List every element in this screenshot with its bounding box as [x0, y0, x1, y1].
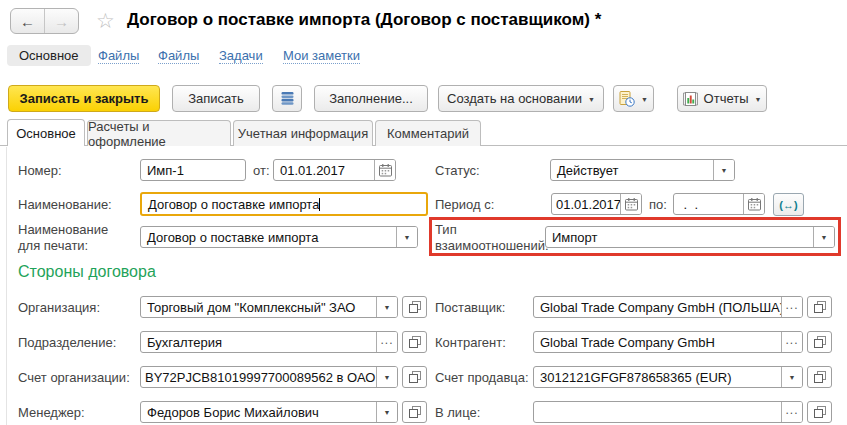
back-arrow-icon: ← [20, 13, 35, 30]
report-chart-icon [683, 92, 698, 106]
back-button[interactable]: ← [11, 9, 45, 33]
nav-link-files-1[interactable]: Файлы [98, 48, 139, 64]
chevron-down-icon: ▼ [384, 409, 391, 416]
manager-label: Менеджер: [18, 405, 85, 421]
org-account-select[interactable]: BY72PJCB81019997700089562 в ОАО "Е ▼ [140, 366, 398, 388]
nav-link-my-notes[interactable]: Мои заметки [283, 48, 360, 64]
counterparty-field[interactable]: Global Trade Company GmbH ... [533, 331, 803, 353]
dropdown-button[interactable]: ▼ [376, 402, 397, 422]
stack-list-icon [281, 91, 294, 106]
choose-button[interactable]: ... [781, 297, 802, 317]
organization-open-button[interactable] [402, 296, 427, 318]
counterparty-open-button[interactable] [807, 331, 832, 353]
period-to-label: по: [649, 197, 667, 213]
tab-label: Основное [16, 126, 76, 141]
calendar-button[interactable] [374, 160, 395, 180]
document-history-button[interactable]: ▼ [613, 85, 654, 112]
document-clock-icon [619, 91, 635, 107]
history-nav-buttons[interactable]: ← → [10, 8, 79, 34]
org-account-open-button[interactable] [402, 366, 427, 388]
chevron-down-icon: ▼ [404, 234, 411, 241]
chevron-down-icon: ▼ [588, 96, 595, 103]
nav-item-main[interactable]: Основное [7, 45, 91, 66]
structure-button[interactable] [272, 85, 302, 112]
create-based-on-label: Создать на основании [447, 91, 582, 106]
relation-type-select[interactable]: Импорт ▼ [545, 226, 835, 248]
ellipsis-icon: ... [785, 333, 798, 347]
save-close-button[interactable]: Записать и закрыть [8, 85, 160, 112]
in-person-label: В лице: [435, 405, 480, 421]
favorite-star-icon[interactable]: ☆ [96, 9, 115, 33]
print-name-select[interactable]: Договор о поставке импорта ▼ [140, 226, 418, 248]
open-link-icon [814, 336, 826, 348]
chevron-down-icon: ▼ [384, 304, 391, 311]
supplier-value: Global Trade Company GmbH (ПОЛЬША) [534, 297, 781, 317]
in-person-field[interactable]: ... [533, 401, 803, 423]
dropdown-button[interactable]: ▼ [813, 227, 834, 247]
reports-button[interactable]: Отчеты ▼ [677, 85, 767, 112]
calendar-button[interactable] [743, 194, 764, 214]
tab-accounting-info[interactable]: Учетная информация [233, 120, 373, 146]
relation-type-label: Типвзаимоотношений: [435, 222, 549, 254]
section-title-parties: Стороны договора [18, 263, 156, 281]
name-input[interactable]: Договор о поставке импорта [140, 192, 428, 216]
form-left-divider [6, 147, 7, 425]
chevron-down-icon: ▼ [789, 374, 796, 381]
dropdown-button[interactable]: ▼ [376, 297, 397, 317]
choose-button[interactable]: ... [376, 332, 397, 352]
dropdown-button[interactable]: ▼ [781, 367, 802, 387]
seller-account-open-button[interactable] [807, 366, 832, 388]
organization-label: Организация: [18, 300, 100, 316]
choose-button[interactable]: ... [781, 332, 802, 352]
number-input[interactable]: Имп-1 [140, 159, 246, 181]
period-from-field[interactable]: 01.01.2017 [551, 193, 642, 215]
period-select-button[interactable]: (↔) [773, 193, 804, 216]
save-button[interactable]: Записать [172, 85, 260, 112]
create-based-on-button[interactable]: Создать на основании ▼ [438, 85, 604, 112]
tab-calculations[interactable]: Расчеты и оформление [87, 120, 231, 146]
ellipsis-icon: ... [785, 298, 798, 312]
supplier-open-button[interactable] [807, 296, 832, 318]
contract-form-window: ← → ☆ Договор о поставке импорта (Догово… [0, 0, 847, 425]
date-from-field[interactable]: 01.01.2017 [273, 159, 396, 181]
number-label: Номер: [18, 163, 62, 179]
relation-type-value: Импорт [546, 227, 813, 247]
number-value: Имп-1 [141, 160, 245, 180]
in-person-open-button[interactable] [807, 401, 832, 423]
period-from-label: Период с: [435, 197, 494, 213]
save-close-label: Записать и закрыть [20, 91, 149, 106]
dropdown-button[interactable]: ▼ [713, 160, 734, 180]
tab-main[interactable]: Основное [7, 119, 85, 146]
chevron-down-icon: ▼ [721, 167, 728, 174]
counterparty-value: Global Trade Company GmbH [534, 332, 781, 352]
calendar-button[interactable] [620, 194, 641, 214]
manager-select[interactable]: Федоров Борис Михайлович ▼ [140, 401, 398, 423]
chevron-down-icon: ▼ [755, 96, 762, 103]
counterparty-label: Контрагент: [435, 335, 506, 351]
dropdown-button[interactable]: ▼ [396, 227, 417, 247]
department-field[interactable]: Бухгалтерия ... [140, 331, 398, 353]
open-link-icon [814, 406, 826, 418]
organization-select[interactable]: Торговый дом "Комплексный" ЗАО ▼ [140, 296, 398, 318]
supplier-field[interactable]: Global Trade Company GmbH (ПОЛЬША) ... [533, 296, 803, 318]
manager-open-button[interactable] [402, 401, 427, 423]
dropdown-button[interactable]: ▼ [376, 367, 397, 387]
organization-value: Торговый дом "Комплексный" ЗАО [141, 297, 376, 317]
text-caret [319, 198, 320, 211]
org-account-value: BY72PJCB81019997700089562 в ОАО "Е [141, 367, 376, 387]
status-select[interactable]: Действует ▼ [550, 159, 735, 181]
seller-account-select[interactable]: 3012121GFGF878658365 (EUR) ▼ [533, 366, 803, 388]
tab-comment[interactable]: Комментарий [375, 120, 481, 146]
period-to-field[interactable]: . . [673, 193, 765, 215]
forward-button[interactable]: → [45, 9, 78, 33]
name-label: Наименование: [18, 197, 112, 213]
open-link-icon [409, 301, 421, 313]
supplier-label: Поставщик: [435, 300, 505, 316]
fill-label: Заполнение... [329, 91, 413, 106]
nav-link-files-2[interactable]: Файлы [158, 48, 199, 64]
nav-link-tasks[interactable]: Задачи [219, 48, 263, 64]
choose-button[interactable]: ... [781, 402, 802, 422]
fill-button[interactable]: Заполнение... [314, 85, 428, 112]
department-open-button[interactable] [402, 331, 427, 353]
seller-account-value: 3012121GFGF878658365 (EUR) [534, 367, 781, 387]
